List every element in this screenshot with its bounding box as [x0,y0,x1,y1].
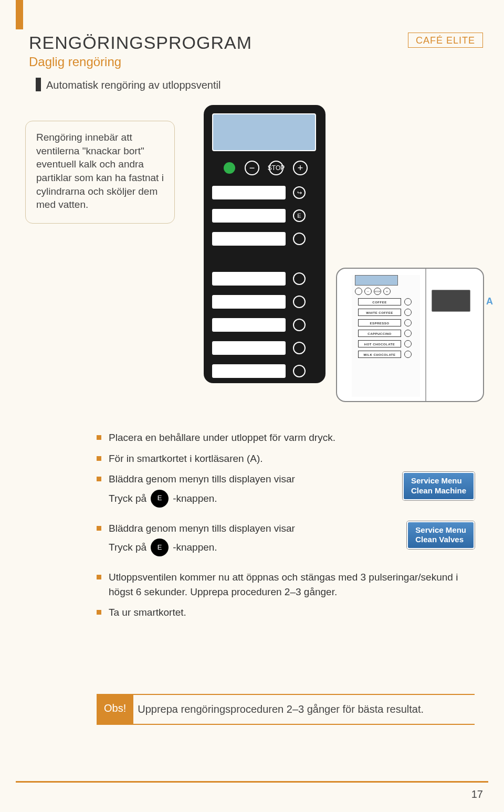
panel-row-label [212,186,286,199]
drink-label: MILK CHOCOLATE [358,351,401,358]
instruction-item: Bläddra genom menyn tills displayen visa… [97,521,475,557]
card-reader-slot [432,290,470,312]
panel-row-button [293,296,306,308]
panel-screen [212,113,316,151]
press-prefix: Tryck på [109,540,146,555]
panel-row-button [293,319,306,331]
obs-label: Obs! [97,694,133,725]
press-suffix: -knappen. [173,491,217,506]
mini-minus-icon: − [364,288,372,295]
e-button-icon: E [293,209,306,222]
page-number: 17 [471,788,483,800]
drink-label: WHITE COFFEE [358,309,401,316]
chip-line: Clean Machine [411,486,466,496]
instruction-item: Placera en behållare under utloppet för … [97,430,475,445]
press-prefix: Tryck på [109,491,146,506]
panel-row-label [212,341,286,355]
e-button-icon: E [151,539,169,556]
panel-top-row: − STOP + [224,161,317,175]
instruction-text: Bläddra genom menyn tills displayen visa… [109,523,295,534]
drink-label: CAPPUCCINO [358,330,401,337]
obs-text: Upprepa rengöringsproceduren 2–3 gånger … [138,695,470,724]
machine-diagram: − STOP + COFFEE WHITE COFFEE ESPRESSO CA… [336,268,484,402]
machine-door [432,277,476,394]
instruction-item: Ta ur smartkortet. [97,605,475,620]
bullet-icon [97,610,101,615]
instruction-list: Placera en behållare under utloppet för … [97,430,475,626]
drink-button-icon [404,319,412,326]
control-panel-diagram: − STOP + ↪ E [204,105,326,383]
callout-a: A [486,296,493,307]
minus-button-icon: − [245,161,259,175]
panel-row-button [293,365,306,377]
mini-screen [355,275,398,286]
bullet-icon [97,526,101,531]
panel-row-label [212,295,286,309]
panel-row-label [212,318,286,332]
panel-row-button [293,233,306,245]
drink-label: ESPRESSO [358,319,401,326]
display-chip-clean-machine: Service Menu Clean Machine [403,472,475,500]
drink-label: COFFEE [358,298,401,305]
panel-row-button [293,272,306,285]
bullet-icon [97,477,101,481]
footer-rule [16,781,488,783]
plus-button-icon: + [293,161,308,175]
note-box: Rengöring innebär att ventilerna "knacka… [25,121,175,224]
instruction-text: Bläddra genom menyn tills displayen visa… [109,473,295,484]
instruction-item: För in smartkortet i kortläsaren (A). [97,451,475,466]
drink-label: HOT CHOCOLATE [358,340,401,347]
drink-button-icon [404,298,412,305]
panel-row-label [212,364,286,378]
instruction-item: Utloppsventilen kommer nu att öppnas och… [97,570,475,599]
obs-box: Obs! Upprepa rengöringsproceduren 2–3 gå… [97,694,475,725]
drink-button-icon [404,351,412,358]
page-subtitle: Daglig rengöring [29,55,121,69]
drink-button-icon [404,309,412,316]
power-led-icon [224,162,235,174]
instruction-item: Bläddra genom menyn tills displayen visa… [97,472,475,508]
mini-stop-icon: STOP [374,288,381,295]
panel-row-label [212,272,286,286]
arrow-button-icon: ↪ [293,186,306,199]
chip-line: Service Menu [415,525,466,535]
panel-row-button [293,342,306,354]
accent-tab [16,0,23,29]
mini-plus-icon: + [383,288,391,295]
panel-row-label [212,209,286,223]
bullet-icon [97,435,101,440]
bullet-icon [97,456,101,461]
machine-divider [425,269,426,401]
stop-button-icon: STOP [269,161,284,175]
e-button-icon: E [151,490,169,508]
chip-line: Service Menu [411,476,466,486]
bullet-icon [97,575,101,579]
drink-button-icon [404,330,412,337]
section-heading-text: Automatisk rengöring av utloppsventil [46,78,220,91]
page-title: RENGÖRINGSPROGRAM [29,33,252,53]
press-suffix: -knappen. [173,540,217,555]
display-chip-clean-valves: Service Menu Clean Valves [407,521,475,550]
section-heading: Automatisk rengöring av utloppsventil [36,78,220,91]
brand-badge: CAFÉ ELITE [408,33,483,48]
drink-button-icon [404,340,412,347]
mini-power-icon [355,288,362,295]
chip-line: Clean Valves [415,535,466,545]
panel-row-label [212,232,286,246]
